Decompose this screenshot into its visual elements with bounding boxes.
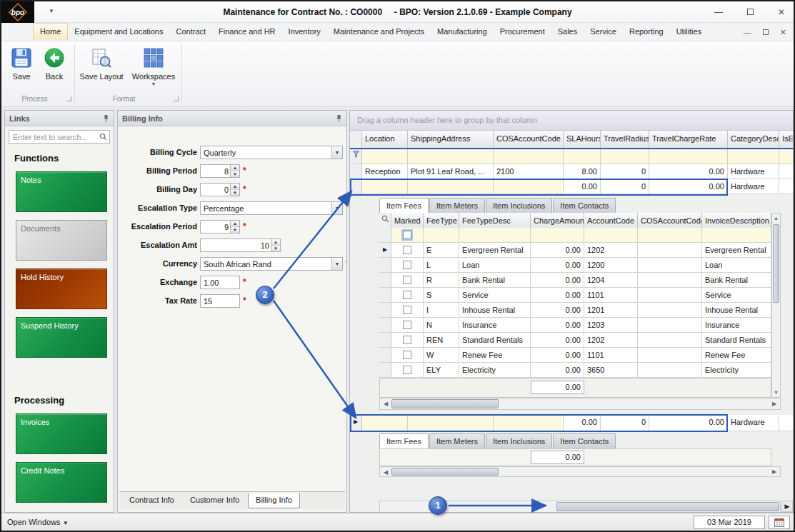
cell-travelradius[interactable]: 0 [601,179,649,194]
back-button[interactable]: Back [38,45,71,81]
spinner-buttons[interactable]: ▲▼ [230,165,239,177]
detail-hscrollbar[interactable]: ◀ ▶ [379,398,781,410]
cell-accountcode[interactable]: 1202 [584,243,638,258]
cell-invoicedescription[interactable]: Loan [702,258,771,273]
cell-feetypedesc[interactable]: Standard Rentals [459,333,531,348]
detail-row[interactable]: WRenew Fee0.001101Renew Fee [379,348,771,363]
row-indicator[interactable]: ▶ [379,243,391,258]
escalation-period-input[interactable]: 9▲▼ [200,220,240,234]
spinner-buttons[interactable]: ▲▼ [230,221,239,233]
column-header-ise[interactable]: IsE [779,131,794,148]
filter-cell-cosaccountcode[interactable] [638,228,702,243]
cell-chargeamount[interactable]: 0.00 [531,318,584,333]
billing-cycle-input[interactable]: Quarterly▼ [200,146,343,159]
close-button[interactable]: ✕ [778,7,785,17]
cell-invoicedescription[interactable]: Service [702,288,771,303]
cell-location[interactable]: Reception [362,164,408,179]
row-indicator-header[interactable] [350,131,362,148]
pin-icon[interactable] [336,114,342,123]
cell-feetypedesc[interactable]: Insurance [459,318,531,333]
cell-slahours[interactable]: 0.00 [564,415,601,431]
detail-vscrollbar[interactable]: ▲ ▼ [771,213,781,398]
links-search-input[interactable] [9,130,110,144]
cell-ise[interactable] [779,415,794,431]
escalation-type-input[interactable]: Percentage▼ [200,201,343,215]
ribbon-tab-equipment-and-locations[interactable]: Equipment and Locations [68,23,169,41]
checkbox-icon[interactable] [403,336,411,344]
cell-feetype[interactable]: I [424,303,459,318]
grid-row-bottom[interactable]: ▶0.0000.00Hardware [350,415,794,431]
grid-filter-row[interactable] [350,149,794,164]
cell-location[interactable] [362,179,408,194]
checkbox-icon[interactable] [403,246,411,254]
cell-cosaccountcode[interactable] [638,258,702,273]
filter-cell-slahours[interactable] [564,149,601,164]
checkbox-icon[interactable] [403,261,411,269]
grid-row[interactable]: 0.0000.00Hardware [350,179,794,194]
ribbon-tab-reporting[interactable]: Reporting [623,23,670,41]
scroll-left-icon[interactable]: ◀ [380,398,391,409]
scroll-left-icon[interactable]: ◀ [380,467,391,478]
group-by-bar[interactable]: Drag a column header here to group by th… [350,111,793,131]
save-button[interactable]: Save [6,45,36,81]
save-layout-button[interactable]: Save Layout [78,45,125,81]
cell-invoicedescription[interactable]: Insurance [702,318,771,333]
cell-travelradius[interactable]: 0 [601,415,649,431]
column-header-categorydesc[interactable]: CategoryDesc [728,131,779,148]
marked-checkbox[interactable] [391,258,424,273]
scroll-up-icon[interactable]: ▲ [772,214,780,223]
filter-cell-feetypedesc[interactable] [459,228,531,243]
cell-feetype[interactable]: L [424,258,459,273]
cell-feetypedesc[interactable]: Electricity [459,363,531,378]
cell-cosaccountcode[interactable]: 2100 [494,164,564,179]
filter-cell-travelchargerate[interactable] [649,149,728,164]
marked-checkbox[interactable] [391,288,424,303]
scroll-thumb[interactable] [391,399,499,408]
detail2-hscrollbar[interactable]: ◀ ▶ [379,466,781,477]
marked-checkbox[interactable] [391,348,424,363]
cell-feetypedesc[interactable]: Inhouse Rental [459,303,531,318]
filter-cell-ise[interactable] [779,149,794,164]
cell-feetype[interactable]: REN [424,333,459,348]
workspaces-button[interactable]: Workspaces▼ [129,45,179,86]
search-icon[interactable] [99,133,107,141]
suspend-history-button[interactable]: Suspend History [16,317,107,358]
cell-travelchargerate[interactable]: 0.00 [649,179,728,194]
scroll-down-icon[interactable]: ▼ [772,388,780,397]
column-header-travelradius[interactable]: TravelRadius [601,131,649,148]
cell-accountcode[interactable]: 1201 [584,303,638,318]
search-icon[interactable] [379,213,391,228]
hold-history-button[interactable]: Hold History [16,268,107,309]
detail-tab-item-meters[interactable]: Item Meters [429,433,485,448]
row-indicator[interactable] [350,179,362,194]
cell-feetype[interactable]: ELY [424,363,459,378]
cell-chargeamount[interactable]: 0.00 [531,243,584,258]
ribbon-tab-procurement[interactable]: Procurement [494,23,551,41]
column-header-location[interactable]: Location [362,131,408,148]
cell-ise[interactable] [779,164,794,179]
detail-tab-item-contacts[interactable]: Item Contacts [553,433,616,448]
grid-row[interactable]: ReceptionPlot 91 Leaf Road, ...21008.000… [350,164,794,179]
cell-cosaccountcode[interactable] [638,303,702,318]
open-windows-button[interactable]: Open Windows ▼ [7,513,69,532]
tab-customer-info[interactable]: Customer Info [183,493,246,507]
checkbox-icon[interactable] [403,276,411,284]
cell-shippingaddress[interactable]: Plot 91 Leaf Road, ... [408,164,494,179]
detail-tab-item-meters[interactable]: Item Meters [429,198,485,213]
detail-row[interactable]: LLoan0.001200Loan [379,258,771,273]
filter-cell-cosaccountcode[interactable] [494,149,564,164]
filter-cell-feetype[interactable] [424,228,459,243]
checkbox-icon[interactable] [403,231,411,239]
cell-invoicedescription[interactable]: Electricity [702,363,771,378]
detail-tab-item-inclusions[interactable]: Item Inclusions [486,433,552,448]
cell-chargeamount[interactable]: 0.00 [531,288,584,303]
scroll-thumb[interactable] [556,502,779,511]
detail-row[interactable]: IInhouse Rental0.001201Inhouse Rental [379,303,771,318]
escalation-amt-input[interactable]: 10▲▼ [200,239,281,252]
column-header-marked[interactable]: Marked [391,213,424,228]
row-indicator[interactable] [379,258,391,273]
cell-shippingaddress[interactable] [408,415,494,431]
column-header-cosaccountcode[interactable]: COSAccountCode [494,131,564,148]
grid-header-row[interactable]: LocationShippingAddressCOSAccountCodeSLA… [350,131,794,149]
row-indicator[interactable] [379,333,391,348]
